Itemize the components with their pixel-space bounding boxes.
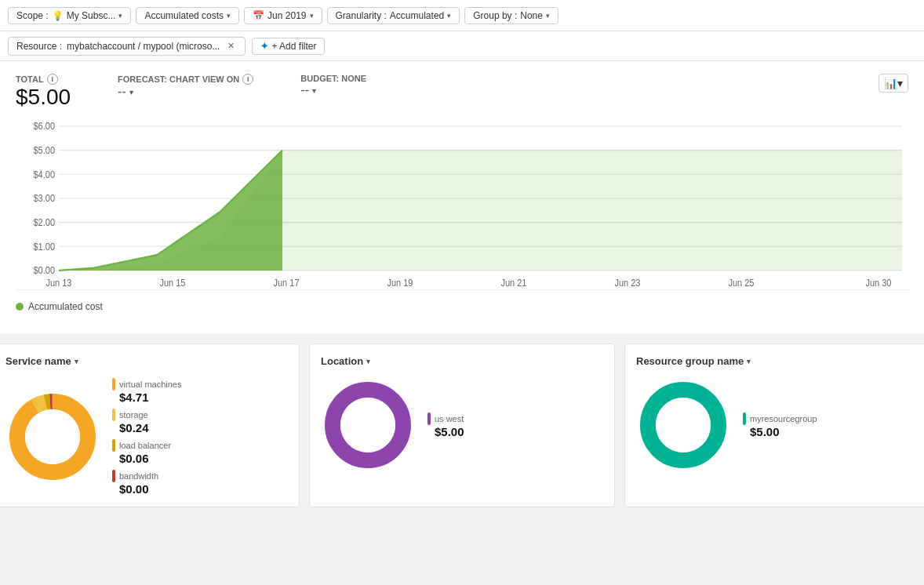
resource-group-donut	[636, 378, 730, 472]
legend-item-vm: virtual machines $4.71	[112, 378, 181, 404]
card-service-header[interactable]: Service name ▾	[5, 355, 288, 367]
card-service-caret: ▾	[75, 358, 78, 365]
forecast-caret[interactable]: ▾	[129, 88, 133, 96]
lb-color-bar	[112, 439, 115, 452]
legend-item-storage: storage $0.24	[112, 409, 181, 434]
legend-item-bw: bandwidth $0.00	[112, 470, 181, 496]
budget-label: BUDGET: NONE	[300, 74, 366, 83]
resource-group-legend: myresourcegroup $5.00	[743, 412, 817, 438]
svg-text:Jun 15: Jun 15	[160, 278, 186, 288]
budget-value-row: -- ▾	[300, 83, 366, 97]
svg-text:$0.00: $0.00	[34, 266, 55, 276]
rg-name: myresourcegroup	[750, 414, 817, 423]
main-content: TOTAL i $5.00 FORECAST: CHART VIEW ON i …	[0, 61, 924, 334]
cost-chart: $6.00 $5.00 $4.00 $3.00 $2.00 $1.00 $0.0…	[16, 118, 908, 289]
svg-text:$3.00: $3.00	[34, 194, 55, 204]
lb-value: $0.06	[119, 452, 181, 465]
date-value: Jun 2019	[267, 10, 306, 21]
svg-text:Jun 19: Jun 19	[387, 278, 413, 288]
scope-icon: 💡	[52, 10, 64, 21]
card-location: Location ▾ us west $5.00	[309, 343, 615, 507]
group-value: None	[520, 10, 543, 21]
chart-icon: 📊	[884, 77, 897, 89]
cost-label: Accumulated costs	[144, 10, 224, 21]
legend-item-rg: myresourcegroup $5.00	[743, 412, 817, 438]
budget-caret[interactable]: ▾	[312, 86, 316, 95]
add-filter-label: + Add filter	[271, 41, 316, 52]
total-label: TOTAL i	[16, 74, 71, 85]
forecast-info-icon[interactable]: i	[242, 74, 253, 85]
vm-name: virtual machines	[119, 380, 181, 389]
rg-color-bar	[743, 412, 746, 425]
chart-top-right: 📊 ▾	[879, 74, 908, 93]
scope-value: My Subsc...	[67, 10, 116, 21]
granularity-caret: ▾	[447, 12, 451, 20]
cards-row: Service name ▾ virtual machines	[0, 334, 924, 517]
resource-group-donut-svg	[636, 378, 730, 472]
svg-text:Jun 21: Jun 21	[501, 278, 527, 288]
service-legend: virtual machines $4.71 storage $0.24 loa…	[112, 378, 181, 496]
svg-point-30	[656, 398, 711, 452]
total-value: $5.00	[16, 85, 71, 110]
add-filter-button[interactable]: ✦ + Add filter	[252, 38, 325, 55]
svg-text:Jun 13: Jun 13	[46, 278, 72, 288]
card-resource-group-label: Resource group name	[636, 355, 744, 367]
legend-item-uswest: us west $5.00	[427, 412, 464, 438]
svg-text:$4.00: $4.00	[34, 169, 55, 180]
service-donut	[5, 390, 100, 484]
budget-block: BUDGET: NONE -- ▾	[300, 74, 366, 97]
chart-area: $6.00 $5.00 $4.00 $3.00 $2.00 $1.00 $0.0…	[16, 118, 908, 290]
forecast-value-row: -- ▾	[118, 85, 253, 99]
svg-point-28	[340, 398, 395, 452]
card-location-header[interactable]: Location ▾	[321, 355, 603, 367]
card-location-label: Location	[321, 355, 363, 367]
card-resource-group-caret: ▾	[747, 358, 751, 365]
card-location-caret: ▾	[366, 358, 370, 365]
chart-view-button[interactable]: 📊 ▾	[879, 74, 908, 93]
bw-color-bar	[112, 470, 115, 482]
filter-close-icon[interactable]: ✕	[224, 40, 237, 53]
granularity-filter[interactable]: Granularity : Accumulated ▾	[327, 7, 460, 24]
card-service-name: Service name ▾ virtual machines	[0, 343, 300, 507]
group-caret: ▾	[546, 12, 550, 20]
forecast-label: FORECAST: CHART VIEW ON i	[118, 74, 253, 85]
cost-filter[interactable]: Accumulated costs ▾	[136, 7, 239, 24]
toolbar-row1: Scope : 💡 My Subsc... ▾ Accumulated cost…	[0, 0, 924, 31]
uswest-value: $5.00	[435, 425, 464, 438]
forecast-value: --	[118, 85, 126, 99]
forecast-block: FORECAST: CHART VIEW ON i -- ▾	[118, 74, 253, 99]
location-donut-svg	[321, 378, 415, 472]
uswest-name: us west	[435, 414, 464, 423]
scope-caret: ▾	[118, 12, 122, 20]
bw-name: bandwidth	[119, 471, 158, 481]
group-filter[interactable]: Group by : None ▾	[464, 7, 558, 24]
lb-name: load balancer	[119, 441, 171, 450]
resource-filter-pill[interactable]: Resource : mybatchaccount / mypool (micr…	[8, 37, 246, 56]
total-block: TOTAL i $5.00	[16, 74, 71, 110]
cost-caret: ▾	[227, 12, 231, 20]
bw-value: $0.00	[119, 482, 181, 496]
card-location-body: us west $5.00	[321, 378, 603, 472]
legend-dot-accumulated	[16, 303, 24, 311]
total-info-icon[interactable]: i	[47, 74, 58, 85]
date-filter[interactable]: 📅 Jun 2019 ▾	[244, 7, 322, 24]
location-legend: us west $5.00	[427, 412, 464, 438]
svg-text:$5.00: $5.00	[34, 146, 55, 156]
date-caret: ▾	[310, 12, 314, 20]
service-donut-svg	[5, 390, 100, 484]
svg-text:Jun 17: Jun 17	[274, 278, 300, 288]
legend-item-lb: load balancer $0.06	[112, 439, 181, 465]
chart-legend: Accumulated cost	[16, 295, 908, 322]
svg-text:$2.00: $2.00	[34, 218, 55, 228]
toolbar-row2: Resource : mybatchaccount / mypool (micr…	[0, 31, 924, 61]
card-resource-group: Resource group name ▾ myresourcegroup $5…	[624, 343, 924, 507]
storage-color-bar	[112, 409, 115, 421]
card-resource-group-header[interactable]: Resource group name ▾	[636, 355, 919, 367]
plus-icon: ✦	[260, 41, 268, 52]
granularity-label: Granularity :	[336, 10, 387, 21]
filter-label: Resource :	[16, 41, 62, 52]
card-service-body: virtual machines $4.71 storage $0.24 loa…	[5, 378, 288, 496]
scope-filter[interactable]: Scope : 💡 My Subsc... ▾	[8, 7, 131, 24]
scope-label: Scope :	[16, 10, 49, 21]
chart-caret: ▾	[897, 77, 903, 89]
